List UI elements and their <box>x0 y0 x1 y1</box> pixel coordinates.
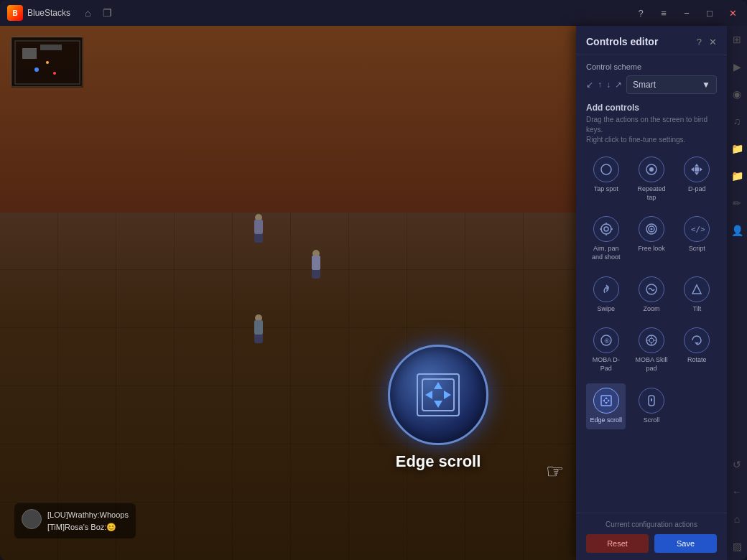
control-tilt[interactable]: Tilt <box>677 272 717 318</box>
svg-point-6 <box>53 72 56 75</box>
svg-marker-12 <box>691 167 694 172</box>
control-scheme-section: Control scheme ↙ ↑ ↓ ↗ Smart ▼ <box>586 62 717 94</box>
maximize-button[interactable]: □ <box>702 8 717 19</box>
control-moba-dpad[interactable]: ⑥ MOBA D-Pad <box>586 323 626 377</box>
add-controls-title: Add controls <box>586 103 717 113</box>
svg-point-16 <box>604 227 608 231</box>
control-moba-skill-pad[interactable]: MOBA Skill pad <box>631 323 671 377</box>
sidebar-icon-6[interactable]: 📁 <box>729 168 745 184</box>
edge-scroll-label: Edge scroll <box>590 416 622 425</box>
title-bar: B BlueStacks ⌂ ❐ ? ≡ − □ ✕ <box>0 0 747 26</box>
svg-point-7 <box>601 164 611 174</box>
sidebar-icon-2[interactable]: ▶ <box>729 59 745 75</box>
free-look-label: Free look <box>638 245 665 253</box>
moba-dpad-label: MOBA D-Pad <box>589 356 623 373</box>
control-script[interactable]: </> Script <box>677 212 717 266</box>
control-free-look[interactable]: Free look <box>631 212 671 266</box>
panel-footer: Current configuration actions Reset Save <box>576 513 727 560</box>
swipe-label: Swipe <box>597 305 615 314</box>
save-button[interactable]: Save <box>654 534 717 553</box>
footer-buttons: Reset Save <box>586 534 717 553</box>
scheme-icon-4[interactable]: ↗ <box>615 80 622 90</box>
copy-icon[interactable]: ❐ <box>100 6 115 20</box>
control-zoom[interactable]: Zoom <box>631 272 671 318</box>
tilt-icon <box>684 276 710 302</box>
svg-marker-13 <box>700 167 702 172</box>
sidebar-icon-bottom-2[interactable]: ← <box>729 484 745 500</box>
character-3 <box>251 313 266 342</box>
scheme-icon-3[interactable]: ↓ <box>606 80 611 90</box>
control-rotate[interactable]: Rotate <box>677 323 717 377</box>
sidebar-icon-3[interactable]: ◉ <box>729 86 745 102</box>
scheme-icon-1[interactable]: ↙ <box>586 80 593 90</box>
reset-button[interactable]: Reset <box>586 534 649 553</box>
swipe-icon <box>593 276 619 302</box>
svg-point-9 <box>649 167 654 172</box>
panel-body: Control scheme ↙ ↑ ↓ ↗ Smart ▼ Add c <box>576 55 727 513</box>
sidebar-icon-bottom-4[interactable]: ▨ <box>729 538 745 554</box>
sidebar-icon-4[interactable]: ♫ <box>729 113 745 129</box>
svg-point-4 <box>34 67 39 72</box>
sidebar-icon-1[interactable]: ⊞ <box>729 32 745 47</box>
dpad-icon <box>684 157 710 182</box>
sidebar-icon-bottom-3[interactable]: ⌂ <box>729 511 745 527</box>
scheme-label: Control scheme <box>586 62 717 71</box>
zoom-icon <box>639 276 664 302</box>
dpad-label: D-pad <box>688 185 706 194</box>
svg-marker-36 <box>605 397 608 399</box>
tap-spot-label: Tap spot <box>594 185 618 194</box>
script-label: Script <box>689 245 705 253</box>
moba-skill-pad-icon <box>639 327 664 353</box>
sidebar-icon-7[interactable]: ✏ <box>729 195 745 211</box>
rotate-icon <box>684 327 710 353</box>
free-look-icon <box>639 216 664 242</box>
sidebar-icon-5[interactable]: 📁 <box>729 141 745 157</box>
edge-scroll-icon <box>593 388 619 414</box>
aim-pan-shoot-label: Aim, pan and shoot <box>589 245 623 261</box>
control-scroll[interactable]: Scroll <box>631 383 671 429</box>
close-button[interactable]: ✕ <box>725 8 740 19</box>
panel-help-icon[interactable]: ? <box>697 37 702 47</box>
control-edge-scroll[interactable]: Edge scroll <box>586 383 626 429</box>
svg-text:</>: </> <box>691 225 705 234</box>
app-logo: B BlueStacks <box>7 5 70 21</box>
minimize-button[interactable]: − <box>679 8 694 19</box>
home-icon[interactable]: ⌂ <box>82 6 93 20</box>
control-dpad[interactable]: D-pad <box>677 152 717 206</box>
help-icon[interactable]: ? <box>634 8 648 19</box>
svg-text:⑥: ⑥ <box>603 337 609 345</box>
logo-icon: B <box>7 5 23 21</box>
chat-overlay: [LOU]Wrathhy:Whoops [TiM]Rosa's Boz:😊 <box>14 503 136 538</box>
moba-dpad-icon: ⑥ <box>593 327 619 353</box>
add-controls-section: Add controls Drag the actions on the scr… <box>586 103 717 145</box>
character-1 <box>251 213 266 241</box>
svg-rect-14 <box>695 167 699 172</box>
panel-close-icon[interactable]: ✕ <box>709 37 717 47</box>
control-aim-pan-shoot[interactable]: Aim, pan and shoot <box>586 212 626 266</box>
menu-icon[interactable]: ≡ <box>656 8 671 19</box>
svg-point-5 <box>46 61 49 64</box>
sidebar-icon-bottom-1[interactable]: ↺ <box>729 457 745 472</box>
repeated-tap-icon <box>639 157 664 182</box>
scheme-icon-2[interactable]: ↑ <box>598 80 602 90</box>
right-sidebar: ⊞ ▶ ◉ ♫ 📁 📁 ✏ 👤 ↺ ← ⌂ ▨ <box>727 26 747 560</box>
scheme-dropdown[interactable]: Smart ▼ <box>626 75 717 94</box>
aim-pan-shoot-icon <box>593 216 619 242</box>
chat-line-2: [TiM]Rosa's Boz:😊 <box>47 521 129 533</box>
svg-point-23 <box>650 228 652 230</box>
panel-header: Controls editor ? ✕ <box>576 26 727 55</box>
add-controls-desc: Drag the actions on the screen to bind k… <box>586 115 717 145</box>
svg-marker-37 <box>605 402 608 404</box>
rotate-label: Rotate <box>687 356 707 365</box>
control-tap-spot[interactable]: Tap spot <box>586 152 626 206</box>
chat-text: [LOU]Wrathhy:Whoops [TiM]Rosa's Boz:😊 <box>47 509 129 533</box>
controls-panel: Controls editor ? ✕ Control scheme ↙ ↑ ↓… <box>576 26 727 560</box>
scroll-icon <box>639 388 664 414</box>
chat-line-1: [LOU]Wrathhy:Whoops <box>47 509 129 521</box>
panel-title: Controls editor <box>586 36 658 47</box>
tap-spot-icon <box>593 157 619 182</box>
sidebar-icon-8[interactable]: 👤 <box>729 223 745 238</box>
scheme-value: Smart <box>633 80 656 90</box>
control-swipe[interactable]: Swipe <box>586 272 626 318</box>
control-repeated-tap[interactable]: Repeated tap <box>631 152 671 206</box>
